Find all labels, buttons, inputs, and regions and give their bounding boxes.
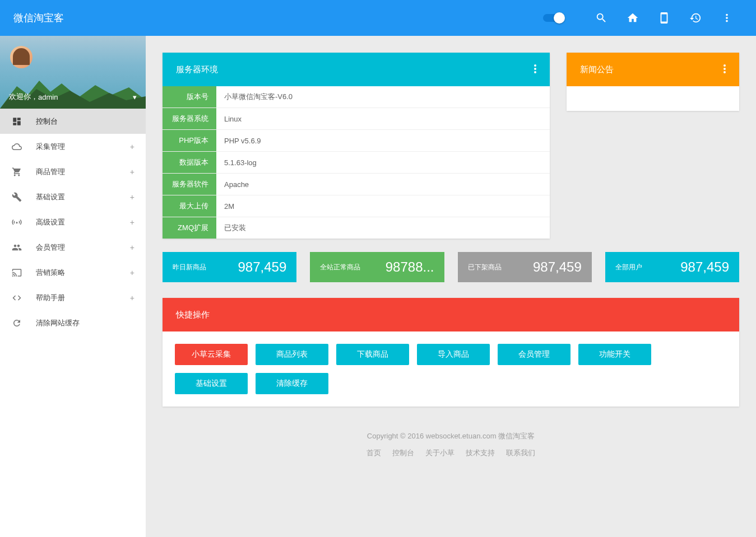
sidebar-item-1[interactable]: 采集管理+	[0, 134, 146, 159]
sidebar-item-2[interactable]: 商品管理+	[0, 159, 146, 184]
stat-card[interactable]: 已下架商品987,459	[458, 252, 592, 282]
cart-icon	[11, 166, 22, 178]
stat-value: 987,459	[238, 259, 286, 275]
quick-body: 小草云采集商品列表下载商品导入商品会员管理功能开关基础设置清除缓存	[163, 331, 739, 407]
quick-button[interactable]: 清除缓存	[256, 373, 328, 394]
stat-label: 已下架商品	[468, 263, 502, 272]
nav-label: 高级设置	[36, 217, 65, 227]
quick-button[interactable]: 下载商品	[336, 344, 409, 365]
quick-button[interactable]: 会员管理	[498, 344, 571, 365]
home-icon[interactable]	[626, 11, 639, 25]
server-env-header: 服务器环境	[163, 53, 550, 86]
card-menu-icon[interactable]	[723, 64, 726, 75]
news-body	[567, 86, 739, 111]
antenna-icon	[11, 217, 22, 228]
card-title: 快捷操作	[176, 310, 210, 320]
stat-value: 98788...	[386, 259, 434, 275]
expand-icon: +	[130, 243, 134, 252]
quick-button[interactable]: 商品列表	[256, 344, 328, 365]
app-title: 微信淘宝客	[13, 11, 64, 25]
stat-value: 987,459	[680, 259, 729, 275]
env-value: 小草微信淘宝客-V6.0	[216, 86, 550, 108]
quick-actions-card: 快捷操作 小草云采集商品列表下载商品导入商品会员管理功能开关基础设置清除缓存	[163, 298, 739, 407]
card-title: 新闻公告	[580, 64, 614, 75]
env-value: Linux	[216, 108, 550, 130]
quick-button[interactable]: 导入商品	[417, 344, 490, 365]
env-row: 服务器软件Apache	[163, 174, 550, 195]
mobile-icon[interactable]	[657, 11, 671, 25]
history-icon[interactable]	[689, 11, 702, 25]
svg-point-3	[534, 68, 536, 70]
quick-header: 快捷操作	[163, 298, 739, 331]
cloud-icon	[11, 141, 22, 152]
env-key: 服务器系统	[163, 108, 216, 130]
sidebar-item-7[interactable]: 帮助手册+	[0, 285, 146, 310]
stat-label: 昨日新商品	[173, 263, 206, 272]
svg-point-4	[534, 71, 536, 73]
sidebar-item-3[interactable]: 基础设置+	[0, 184, 146, 209]
stat-card[interactable]: 全站正常商品98788...	[310, 252, 444, 282]
quick-button[interactable]: 基础设置	[175, 373, 248, 394]
sidebar-item-5[interactable]: 会员管理+	[0, 235, 146, 260]
nav-label: 营销策略	[36, 268, 65, 278]
footer-link[interactable]: 联系我们	[506, 446, 535, 460]
env-row: 最大上传2M	[163, 195, 550, 217]
app-header: 微信淘宝客	[0, 0, 756, 36]
nav-label: 帮助手册	[36, 293, 65, 303]
expand-icon: +	[130, 142, 134, 151]
expand-icon: +	[130, 218, 134, 227]
env-row: PHP版本PHP v5.6.9	[163, 130, 550, 152]
theme-toggle[interactable]	[543, 14, 563, 22]
footer-links: 首页控制台关于小草技术支持联系我们	[163, 446, 739, 460]
settings-icon	[11, 192, 22, 203]
stat-label: 全部用户	[615, 263, 642, 272]
sidebar-item-0[interactable]: 控制台	[0, 109, 146, 134]
env-value: Apache	[216, 174, 550, 195]
more-icon[interactable]	[720, 11, 734, 25]
nav-label: 会员管理	[36, 242, 65, 253]
env-key: 服务器软件	[163, 174, 216, 195]
sidebar-item-6[interactable]: 营销策略+	[0, 260, 146, 285]
avatar[interactable]	[10, 46, 33, 68]
sidebar-item-4[interactable]: 高级设置+	[0, 209, 146, 235]
env-row: ZMQ扩展已安装	[163, 217, 550, 239]
footer-link[interactable]: 控制台	[392, 446, 414, 460]
stat-card[interactable]: 昨日新商品987,459	[163, 252, 296, 282]
copyright: Copyright © 2016 websocket.etuan.com 微信淘…	[163, 429, 739, 443]
nav-label: 清除网站缓存	[36, 318, 80, 328]
env-value: PHP v5.6.9	[216, 130, 550, 152]
footer-link[interactable]: 技术支持	[466, 446, 495, 460]
env-row: 服务器系统Linux	[163, 108, 550, 130]
nav-label: 基础设置	[36, 192, 65, 202]
footer-link[interactable]: 首页	[367, 446, 381, 460]
cast-icon	[11, 267, 22, 278]
search-icon[interactable]	[595, 11, 608, 25]
welcome-row[interactable]: 欢迎你，admin ▾	[9, 92, 137, 102]
env-row: 版本号小草微信淘宝客-V6.0	[163, 86, 550, 108]
nav-label: 控制台	[36, 116, 58, 127]
main-content: 服务器环境 版本号小草微信淘宝客-V6.0服务器系统LinuxPHP版本PHP …	[146, 36, 756, 537]
dashboard-icon	[11, 116, 22, 127]
env-key: 版本号	[163, 86, 216, 108]
card-menu-icon[interactable]	[534, 64, 536, 75]
svg-point-5	[723, 64, 726, 67]
footer: Copyright © 2016 websocket.etuan.com 微信淘…	[163, 429, 739, 460]
env-value: 2M	[216, 195, 550, 217]
expand-icon: +	[130, 268, 134, 277]
username: admin	[38, 93, 58, 101]
stat-label: 全站正常商品	[320, 263, 360, 272]
people-icon	[11, 242, 22, 253]
news-header: 新闻公告	[567, 53, 739, 86]
quick-button[interactable]: 小草云采集	[175, 344, 248, 365]
footer-link[interactable]: 关于小草	[425, 446, 454, 460]
refresh-icon	[11, 317, 22, 329]
env-key: ZMQ扩展	[163, 217, 216, 239]
env-key: 最大上传	[163, 195, 216, 217]
stat-card[interactable]: 全部用户987,459	[605, 252, 739, 282]
server-env-card: 服务器环境 版本号小草微信淘宝客-V6.0服务器系统LinuxPHP版本PHP …	[163, 53, 550, 239]
svg-point-6	[723, 68, 726, 70]
welcome-prefix: 欢迎你，	[9, 92, 38, 102]
quick-button[interactable]: 功能开关	[578, 344, 651, 365]
svg-point-2	[534, 64, 536, 67]
sidebar-item-8[interactable]: 清除网站缓存	[0, 310, 146, 335]
